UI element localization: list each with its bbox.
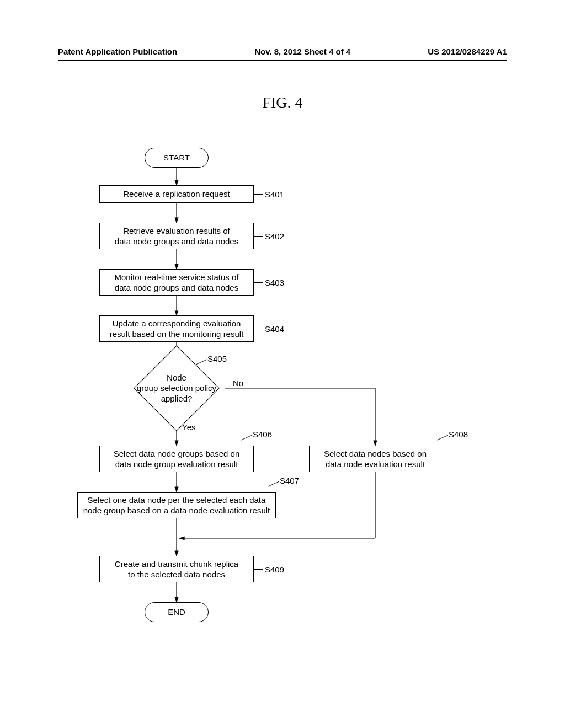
label-s405: S405 xyxy=(207,354,227,363)
node-s408: Select data nodes based on data node eva… xyxy=(309,446,441,472)
header-rule xyxy=(58,60,507,61)
node-s404-text: Update a corresponding evaluation result… xyxy=(110,318,244,340)
node-s402: Retrieve evaluation results of data node… xyxy=(99,223,254,249)
page-header: Patent Application Publication Nov. 8, 2… xyxy=(0,47,565,56)
tick-s403 xyxy=(254,282,263,283)
edge-yes: Yes xyxy=(182,422,195,432)
header-center: Nov. 8, 2012 Sheet 4 of 4 xyxy=(254,47,350,56)
node-s406: Select data node groups based on data no… xyxy=(99,446,254,472)
header-right: US 2012/0284229 A1 xyxy=(428,47,507,56)
node-s407-text: Select one data node per the selected ea… xyxy=(83,495,270,516)
node-s407: Select one data node per the selected ea… xyxy=(77,492,276,518)
label-s404: S404 xyxy=(265,324,284,334)
node-s406-text: Select data node groups based on data no… xyxy=(114,448,240,470)
node-s404: Update a corresponding evaluation result… xyxy=(99,315,254,342)
tick-s401 xyxy=(254,194,263,195)
flowchart-canvas: START Receive a replication request S401… xyxy=(66,148,497,672)
node-s409: Create and transmit chunk replica to the… xyxy=(99,556,254,582)
node-s403-text: Monitor real-time service status of data… xyxy=(114,272,238,293)
node-s401: Receive a replication request xyxy=(99,185,254,203)
label-s401: S401 xyxy=(265,190,284,199)
node-s401-text: Receive a replication request xyxy=(123,189,230,200)
edge-no: No xyxy=(233,378,243,388)
node-s409-text: Create and transmit chunk replica to the… xyxy=(115,559,238,580)
node-s408-text: Select data nodes based on data node eva… xyxy=(324,448,427,470)
node-end: END xyxy=(145,602,209,622)
node-start-text: START xyxy=(163,152,190,163)
svg-line-16 xyxy=(437,435,448,440)
tick-s404 xyxy=(254,329,263,329)
label-s402: S402 xyxy=(265,232,284,241)
node-s405: Node group selection policy applied? xyxy=(121,362,232,415)
label-s403: S403 xyxy=(265,278,284,287)
node-s402-text: Retrieve evaluation results of data node… xyxy=(115,226,238,247)
tick-s402 xyxy=(254,236,263,237)
node-start: START xyxy=(145,148,209,168)
label-s409: S409 xyxy=(265,565,284,574)
svg-line-15 xyxy=(268,481,279,486)
header-left: Patent Application Publication xyxy=(58,47,177,56)
node-s405-text: Node group selection policy applied? xyxy=(132,373,221,404)
svg-line-14 xyxy=(241,435,252,440)
tick-s409 xyxy=(254,569,263,570)
figure-title: FIG. 4 xyxy=(0,94,565,111)
node-end-text: END xyxy=(168,607,185,618)
label-s406: S406 xyxy=(253,430,272,439)
node-s403: Monitor real-time service status of data… xyxy=(99,269,254,296)
label-s408: S408 xyxy=(449,430,468,439)
label-s407: S407 xyxy=(280,476,299,485)
